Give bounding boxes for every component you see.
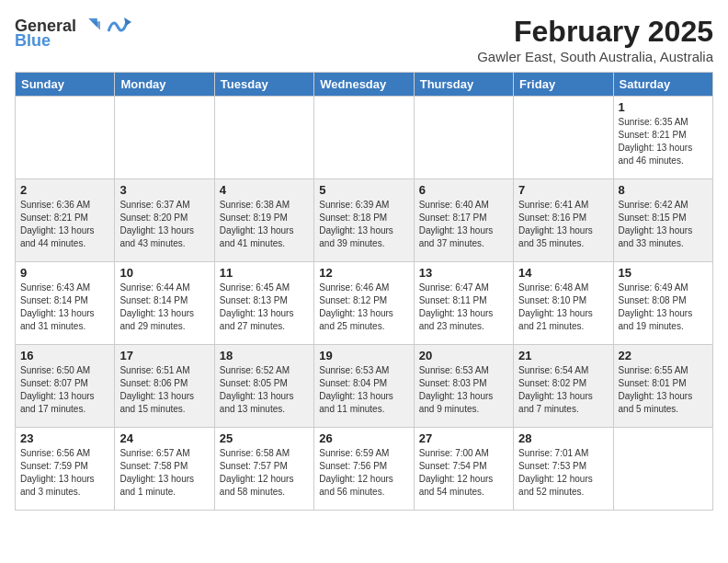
- day-info: Sunrise: 6:45 AM Sunset: 8:13 PM Dayligh…: [220, 282, 309, 333]
- calendar-cell: 5Sunrise: 6:39 AM Sunset: 8:18 PM Daylig…: [314, 179, 414, 262]
- day-number: 3: [119, 183, 209, 197]
- day-number: 13: [419, 266, 508, 280]
- day-info: Sunrise: 6:57 AM Sunset: 7:58 PM Dayligh…: [119, 447, 209, 499]
- logo-wave-icon: [104, 13, 131, 40]
- calendar-cell: [314, 97, 414, 179]
- calendar-cell: 8Sunrise: 6:42 AM Sunset: 8:15 PM Daylig…: [613, 179, 712, 262]
- calendar-week-row: 23Sunrise: 6:56 AM Sunset: 7:59 PM Dayli…: [16, 428, 713, 511]
- day-info: Sunrise: 6:40 AM Sunset: 8:17 PM Dayligh…: [419, 199, 508, 250]
- day-info: Sunrise: 6:36 AM Sunset: 8:21 PM Dayligh…: [20, 199, 109, 250]
- calendar-cell: 26Sunrise: 6:59 AM Sunset: 7:56 PM Dayli…: [314, 428, 414, 511]
- day-info: Sunrise: 6:38 AM Sunset: 8:19 PM Dayligh…: [220, 199, 309, 250]
- calendar-week-row: 1Sunrise: 6:35 AM Sunset: 8:21 PM Daylig…: [16, 97, 713, 179]
- day-info: Sunrise: 6:53 AM Sunset: 8:03 PM Dayligh…: [419, 364, 508, 416]
- location-title: Gawler East, South Australia, Australia: [477, 49, 713, 64]
- day-number: 18: [220, 349, 309, 362]
- logo-blue: Blue: [15, 31, 51, 51]
- calendar-cell: 10Sunrise: 6:44 AM Sunset: 8:14 PM Dayli…: [115, 262, 214, 345]
- day-number: 9: [20, 266, 109, 280]
- title-block: February 2025 Gawler East, South Austral…: [477, 15, 713, 64]
- calendar-cell: [214, 97, 313, 179]
- calendar-header-thursday: Thursday: [414, 73, 513, 97]
- day-number: 7: [518, 183, 608, 197]
- day-number: 1: [619, 100, 708, 114]
- logo: General Blue: [15, 15, 131, 51]
- calendar-cell: [414, 97, 513, 179]
- day-info: Sunrise: 6:42 AM Sunset: 8:15 PM Dayligh…: [619, 199, 708, 250]
- day-info: Sunrise: 6:48 AM Sunset: 8:10 PM Dayligh…: [518, 282, 608, 333]
- calendar-cell: [613, 428, 712, 511]
- day-info: Sunrise: 6:58 AM Sunset: 7:57 PM Dayligh…: [220, 447, 309, 499]
- calendar-cell: 2Sunrise: 6:36 AM Sunset: 8:21 PM Daylig…: [16, 179, 115, 262]
- day-number: 6: [419, 183, 508, 197]
- day-number: 25: [220, 431, 309, 445]
- day-number: 20: [419, 349, 508, 362]
- calendar-header-tuesday: Tuesday: [214, 73, 313, 97]
- calendar-header-monday: Monday: [115, 73, 214, 97]
- calendar-cell: 4Sunrise: 6:38 AM Sunset: 8:19 PM Daylig…: [214, 179, 313, 262]
- day-number: 10: [119, 266, 209, 280]
- day-info: Sunrise: 6:51 AM Sunset: 8:06 PM Dayligh…: [119, 364, 209, 416]
- day-info: Sunrise: 6:43 AM Sunset: 8:14 PM Dayligh…: [20, 282, 109, 333]
- day-info: Sunrise: 6:56 AM Sunset: 7:59 PM Dayligh…: [20, 447, 109, 499]
- calendar-cell: 6Sunrise: 6:40 AM Sunset: 8:17 PM Daylig…: [414, 179, 513, 262]
- calendar-week-row: 16Sunrise: 6:50 AM Sunset: 8:07 PM Dayli…: [16, 345, 713, 428]
- day-info: Sunrise: 6:44 AM Sunset: 8:14 PM Dayligh…: [119, 282, 209, 333]
- day-number: 27: [419, 431, 508, 445]
- calendar-cell: [16, 97, 115, 179]
- day-number: 24: [119, 431, 209, 445]
- calendar-cell: 14Sunrise: 6:48 AM Sunset: 8:10 PM Dayli…: [514, 262, 613, 345]
- calendar-header-sunday: Sunday: [16, 73, 115, 97]
- calendar-cell: 18Sunrise: 6:52 AM Sunset: 8:05 PM Dayli…: [214, 345, 313, 428]
- calendar-cell: 12Sunrise: 6:46 AM Sunset: 8:12 PM Dayli…: [314, 262, 414, 345]
- calendar-header-row: SundayMondayTuesdayWednesdayThursdayFrid…: [16, 73, 713, 97]
- day-number: 4: [220, 183, 309, 197]
- calendar-cell: 7Sunrise: 6:41 AM Sunset: 8:16 PM Daylig…: [514, 179, 613, 262]
- day-info: Sunrise: 6:53 AM Sunset: 8:04 PM Dayligh…: [319, 364, 408, 416]
- day-number: 14: [518, 266, 608, 280]
- calendar-header-friday: Friday: [514, 73, 613, 97]
- day-number: 26: [319, 431, 408, 445]
- month-title: February 2025: [477, 15, 713, 49]
- day-info: Sunrise: 7:00 AM Sunset: 7:54 PM Dayligh…: [419, 447, 508, 499]
- day-number: 19: [319, 349, 408, 362]
- day-info: Sunrise: 6:37 AM Sunset: 8:20 PM Dayligh…: [119, 199, 209, 250]
- day-info: Sunrise: 6:59 AM Sunset: 7:56 PM Dayligh…: [319, 447, 408, 499]
- day-info: Sunrise: 7:01 AM Sunset: 7:53 PM Dayligh…: [518, 447, 608, 499]
- calendar-cell: 13Sunrise: 6:47 AM Sunset: 8:11 PM Dayli…: [414, 262, 513, 345]
- calendar-cell: 11Sunrise: 6:45 AM Sunset: 8:13 PM Dayli…: [214, 262, 313, 345]
- day-info: Sunrise: 6:47 AM Sunset: 8:11 PM Dayligh…: [419, 282, 508, 333]
- day-number: 16: [20, 349, 109, 362]
- day-info: Sunrise: 6:41 AM Sunset: 8:16 PM Dayligh…: [518, 199, 608, 250]
- day-number: 15: [619, 266, 708, 280]
- day-info: Sunrise: 6:49 AM Sunset: 8:08 PM Dayligh…: [619, 282, 708, 333]
- calendar-cell: 15Sunrise: 6:49 AM Sunset: 8:08 PM Dayli…: [613, 262, 712, 345]
- day-number: 23: [20, 431, 109, 445]
- logo-icon: [78, 15, 100, 37]
- calendar-cell: 17Sunrise: 6:51 AM Sunset: 8:06 PM Dayli…: [115, 345, 214, 428]
- calendar-week-row: 2Sunrise: 6:36 AM Sunset: 8:21 PM Daylig…: [16, 179, 713, 262]
- day-number: 8: [619, 183, 708, 197]
- calendar-cell: 25Sunrise: 6:58 AM Sunset: 7:57 PM Dayli…: [214, 428, 313, 511]
- day-number: 11: [220, 266, 309, 280]
- calendar-cell: [115, 97, 214, 179]
- calendar-cell: 1Sunrise: 6:35 AM Sunset: 8:21 PM Daylig…: [613, 97, 712, 179]
- page-header: General Blue February 2025 Gawler East, …: [15, 15, 713, 64]
- calendar-cell: 23Sunrise: 6:56 AM Sunset: 7:59 PM Dayli…: [16, 428, 115, 511]
- calendar-cell: 3Sunrise: 6:37 AM Sunset: 8:20 PM Daylig…: [115, 179, 214, 262]
- calendar-table: SundayMondayTuesdayWednesdayThursdayFrid…: [15, 72, 713, 511]
- day-info: Sunrise: 6:46 AM Sunset: 8:12 PM Dayligh…: [319, 282, 408, 333]
- day-info: Sunrise: 6:39 AM Sunset: 8:18 PM Dayligh…: [319, 199, 408, 250]
- day-number: 5: [319, 183, 408, 197]
- calendar-cell: 21Sunrise: 6:54 AM Sunset: 8:02 PM Dayli…: [514, 345, 613, 428]
- calendar-cell: 27Sunrise: 7:00 AM Sunset: 7:54 PM Dayli…: [414, 428, 513, 511]
- calendar-cell: 24Sunrise: 6:57 AM Sunset: 7:58 PM Dayli…: [115, 428, 214, 511]
- day-info: Sunrise: 6:52 AM Sunset: 8:05 PM Dayligh…: [220, 364, 309, 416]
- calendar-cell: [514, 97, 613, 179]
- calendar-cell: 20Sunrise: 6:53 AM Sunset: 8:03 PM Dayli…: [414, 345, 513, 428]
- day-number: 21: [518, 349, 608, 362]
- calendar-header-wednesday: Wednesday: [314, 73, 414, 97]
- day-info: Sunrise: 6:50 AM Sunset: 8:07 PM Dayligh…: [20, 364, 109, 416]
- day-info: Sunrise: 6:35 AM Sunset: 8:21 PM Dayligh…: [619, 116, 708, 167]
- calendar-cell: 28Sunrise: 7:01 AM Sunset: 7:53 PM Dayli…: [514, 428, 613, 511]
